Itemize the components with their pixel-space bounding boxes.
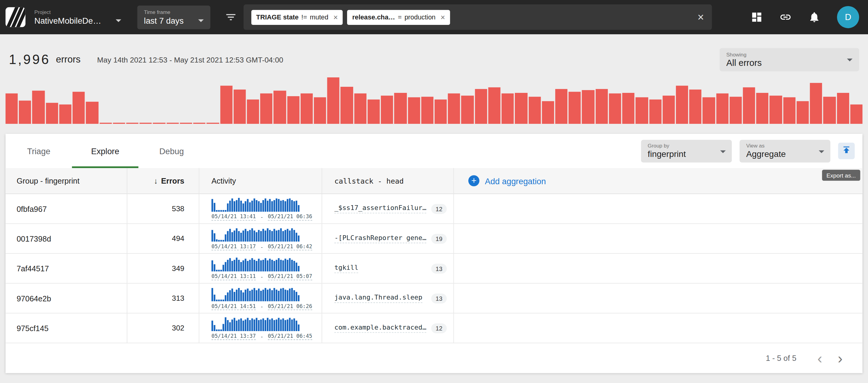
fingerprint-cell[interactable]: 975cf145 — [5, 314, 127, 343]
empty-cell — [454, 224, 863, 253]
view-as-select[interactable]: View as Aggregate — [739, 140, 830, 162]
errors-cell: 349 — [127, 254, 199, 283]
add-aggregation-button[interactable]: + Add aggregation — [468, 175, 546, 186]
tab-triage[interactable]: Triage — [5, 134, 72, 168]
project-value: NativeMobileDe… — [34, 16, 101, 26]
callstack-count-badge[interactable]: 19 — [431, 234, 447, 244]
callstack-head[interactable]: com.example.backtraced… — [334, 323, 426, 333]
filter-bar[interactable]: TRIAGE state != muted × release.cha… = p… — [243, 5, 712, 30]
activity-start-date: 05/14/21 13:17 — [212, 243, 256, 250]
timeframe-value: last 7 days — [144, 16, 184, 25]
table-row[interactable]: 0fbfa967 538 05/14/21 13:41 - 05/21/21 0… — [5, 194, 863, 224]
filter-chip[interactable]: release.cha… = production × — [347, 10, 450, 25]
showing-select[interactable]: Showing All errors — [720, 48, 859, 71]
explore-panel: Triage Explore Debug Group by fingerprin… — [5, 134, 863, 373]
bell-icon[interactable] — [808, 11, 820, 23]
activity-dates: 05/14/21 13:17 - 05/21/21 06:42 — [212, 243, 312, 250]
callstack-head[interactable]: java.lang.Thread.sleep — [334, 293, 423, 303]
table-row[interactable]: 0017398d 494 05/14/21 13:17 - 05/21/21 0… — [5, 224, 863, 254]
column-header-errors-label: Errors — [161, 176, 184, 185]
tab-debug[interactable]: Debug — [138, 134, 205, 168]
add-aggregation-cell: + Add aggregation — [454, 168, 863, 194]
callstack-count-badge[interactable]: 12 — [431, 204, 447, 214]
callstack-cell: _$ss17_assertionFailur… 12 — [322, 194, 454, 223]
activity-dates: 05/14/21 13:37 - 05/21/21 06:45 — [212, 333, 312, 340]
fingerprint-cell[interactable]: 0017398d — [5, 224, 127, 253]
activity-cell: 05/14/21 13:41 - 05/21/21 06:36 — [199, 194, 322, 223]
fingerprint-cell[interactable]: 97064e2b — [5, 283, 127, 313]
project-selector[interactable]: Project NativeMobileDe… — [34, 9, 123, 26]
errors-histogram[interactable] — [5, 75, 863, 124]
filter-chip-field: TRIAGE state — [256, 13, 299, 21]
empty-cell — [454, 254, 863, 283]
column-header-fingerprint[interactable]: Group - fingerprint — [5, 168, 127, 194]
add-aggregation-label: Add aggregation — [485, 176, 546, 185]
activity-sparkline — [212, 286, 300, 301]
column-header-activity[interactable]: Activity — [199, 168, 322, 194]
dashboard-icon[interactable] — [751, 11, 763, 23]
table-row[interactable]: 97064e2b 313 05/14/21 14:51 - 05/21/21 0… — [5, 283, 863, 313]
error-count-unit: errors — [56, 54, 81, 65]
chevron-down-icon — [847, 59, 852, 61]
filter-chip[interactable]: TRIAGE state != muted × — [251, 10, 343, 25]
activity-start-date: 05/14/21 13:11 — [212, 273, 256, 280]
callstack-head[interactable]: -[PLCrashReporter gene… — [334, 234, 426, 243]
activity-sparkline — [212, 197, 300, 211]
activity-cell: 05/14/21 13:17 - 05/21/21 06:42 — [199, 224, 322, 253]
fingerprint-cell[interactable]: 0fbfa967 — [5, 194, 127, 223]
date-separator: - — [260, 243, 263, 249]
activity-dates: 05/14/21 13:11 - 05/21/21 05:07 — [212, 273, 312, 280]
filter-list-icon[interactable] — [225, 11, 237, 23]
group-by-select[interactable]: Group by fingerprint — [641, 140, 732, 162]
callstack-head[interactable]: _$ss17_assertionFailur… — [334, 204, 426, 213]
date-range: May 14th 2021 12:53 - May 21st 2021 12:5… — [97, 56, 283, 64]
chevron-down-icon — [819, 150, 824, 153]
chevron-down-icon — [198, 19, 204, 22]
project-label: Project — [34, 9, 123, 15]
remove-filter-icon[interactable]: × — [333, 13, 338, 22]
callstack-count-badge[interactable]: 12 — [431, 323, 447, 333]
activity-end-date: 05/21/21 06:36 — [268, 213, 312, 220]
tab-explore[interactable]: Explore — [72, 134, 138, 168]
filter-chip-op: != — [302, 13, 307, 21]
avatar[interactable]: D — [837, 6, 859, 28]
date-separator: - — [260, 273, 263, 280]
errors-cell: 313 — [127, 283, 199, 313]
callstack-cell: java.lang.Thread.sleep 13 — [322, 283, 454, 313]
remove-filter-icon[interactable]: × — [440, 13, 445, 22]
timeframe-selector[interactable]: Time frame last 7 days — [137, 5, 210, 29]
view-as-label: View as — [746, 142, 811, 148]
activity-sparkline — [212, 227, 300, 241]
callstack-head[interactable]: tgkill — [334, 264, 358, 273]
filter-chip-value: muted — [310, 13, 329, 21]
errors-cell: 494 — [127, 224, 199, 253]
backtrace-logo[interactable] — [5, 7, 26, 27]
column-header-callstack[interactable]: callstack - head — [322, 168, 454, 194]
export-button[interactable] — [838, 143, 855, 159]
fingerprint-cell[interactable]: 7af44517 — [5, 254, 127, 283]
activity-cell: 05/14/21 13:11 - 05/21/21 05:07 — [199, 254, 322, 283]
empty-cell — [454, 283, 863, 313]
callstack-count-badge[interactable]: 13 — [431, 264, 447, 273]
activity-end-date: 05/21/21 05:07 — [268, 273, 312, 280]
plus-icon: + — [468, 175, 479, 186]
activity-end-date: 05/21/21 06:45 — [268, 333, 312, 340]
activity-sparkline — [212, 317, 300, 331]
group-by-value: fingerprint — [648, 149, 713, 159]
errors-cell: 302 — [127, 314, 199, 343]
pagination-next-icon[interactable]: › — [838, 352, 842, 364]
activity-end-date: 05/21/21 06:26 — [268, 303, 312, 310]
table-row[interactable]: 7af44517 349 05/14/21 13:11 - 05/21/21 0… — [5, 254, 863, 283]
filter-chip-op: = — [398, 13, 402, 21]
error-count: 1,996 — [9, 52, 51, 67]
pagination-prev-icon[interactable]: ‹ — [817, 352, 823, 364]
link-icon[interactable] — [780, 11, 792, 23]
activity-sparkline — [212, 257, 300, 271]
chevron-down-icon — [720, 150, 726, 153]
column-header-errors[interactable]: ↓ Errors — [127, 168, 199, 194]
clear-filters-icon[interactable]: × — [698, 11, 704, 23]
date-separator: - — [260, 303, 263, 309]
table-row[interactable]: 975cf145 302 05/14/21 13:37 - 05/21/21 0… — [5, 314, 863, 343]
callstack-count-badge[interactable]: 13 — [431, 293, 447, 303]
panel-controls: Group by fingerprint View as Aggregate — [641, 134, 863, 168]
